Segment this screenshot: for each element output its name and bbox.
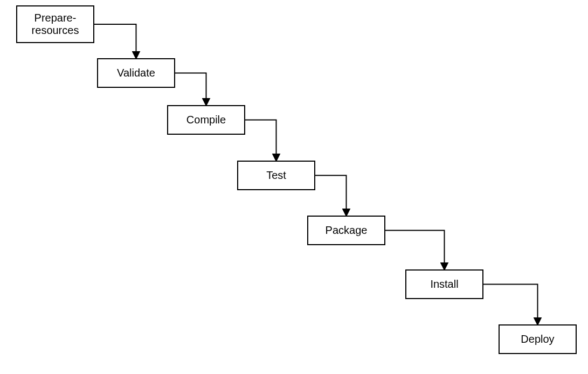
node-compile: Compile: [167, 105, 245, 135]
edge-compile-to-test: [245, 120, 276, 161]
edge-prepare-to-validate: [94, 24, 136, 58]
node-label: Package: [326, 224, 368, 237]
edge-validate-to-compile: [175, 73, 206, 106]
node-label: Install: [430, 278, 458, 290]
node-install: Install: [405, 269, 483, 299]
node-prepare-resources: Prepare-resources: [16, 5, 94, 43]
node-label: Compile: [186, 114, 226, 126]
edge-install-to-deploy: [483, 285, 538, 325]
node-validate: Validate: [97, 58, 175, 88]
node-test: Test: [237, 161, 315, 190]
node-package: Package: [307, 216, 385, 245]
node-label: Validate: [117, 67, 155, 79]
edge-test-to-package: [315, 176, 347, 216]
flowchart-canvas: Prepare-resources Validate Compile Test …: [0, 0, 588, 374]
node-deploy: Deploy: [499, 324, 577, 354]
edge-package-to-install: [385, 231, 445, 270]
node-label: Prepare-resources: [32, 12, 79, 37]
node-label: Test: [266, 169, 286, 182]
node-label: Deploy: [521, 333, 554, 345]
